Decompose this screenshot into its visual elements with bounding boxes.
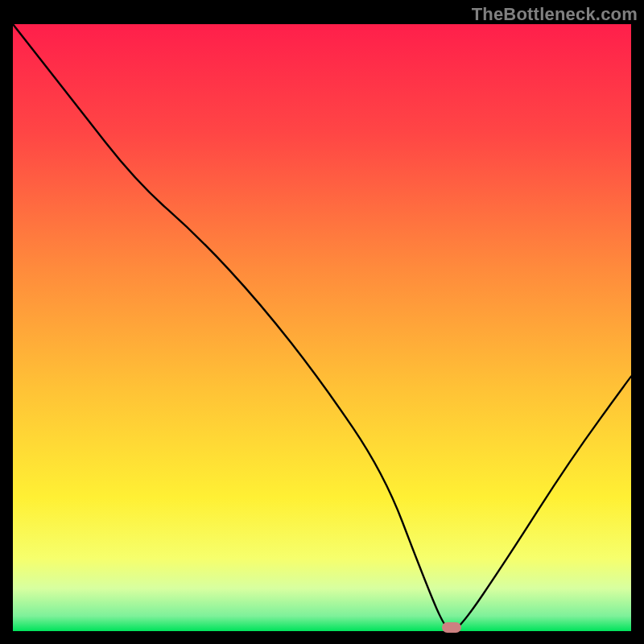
gradient-background (13, 24, 631, 631)
chart-frame: TheBottleneck.com (0, 0, 644, 644)
watermark-text: TheBottleneck.com (472, 4, 638, 25)
chart-svg (13, 24, 631, 631)
optimal-marker (442, 622, 461, 633)
plot-area (13, 24, 631, 631)
